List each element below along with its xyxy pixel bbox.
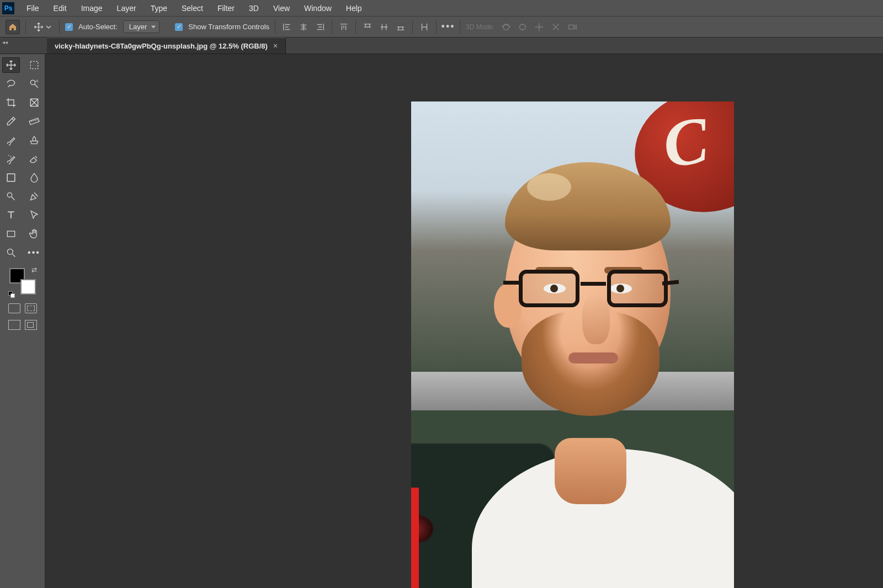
svg-point-10 (7, 193, 12, 197)
3d-pan-icon[interactable] (533, 21, 545, 33)
separator (59, 20, 60, 34)
screen-mode-full-icon[interactable] (25, 320, 37, 330)
svg-rect-9 (7, 174, 14, 181)
svg-point-4 (30, 80, 35, 84)
options-bar: Auto-Select: Layer Show Transform Contro… (0, 17, 883, 38)
chevron-down-icon (46, 24, 51, 30)
canvas-area[interactable] (45, 54, 883, 588)
background-color-swatch[interactable] (20, 279, 36, 295)
separator (355, 20, 356, 34)
brush-tool[interactable] (2, 132, 20, 148)
menu-window[interactable]: Window (297, 1, 338, 16)
eyedropper-tool[interactable] (2, 114, 20, 129)
frame-tool[interactable] (25, 95, 43, 110)
distribute-group (361, 21, 407, 33)
screen-mode-standard-icon[interactable] (8, 320, 20, 330)
ruler-tool[interactable] (25, 114, 43, 129)
align-group (281, 21, 326, 33)
swap-colors-icon[interactable]: ⇄ (31, 266, 37, 274)
more-align-options-icon[interactable]: ••• (442, 21, 454, 33)
lasso-tool[interactable] (2, 76, 20, 92)
document-tab-strip: vicky-hladynets-C8Ta0gwPbQg-unsplash.jpg… (0, 38, 883, 54)
separator (460, 20, 460, 34)
separator (25, 20, 26, 34)
color-swatches[interactable]: ⇄ (9, 268, 36, 295)
3d-mode-label: 3D Mode: (466, 23, 494, 31)
quick-selection-tool[interactable] (25, 76, 43, 92)
clone-stamp-tool[interactable] (25, 132, 43, 148)
menu-image[interactable]: Image (75, 1, 109, 16)
svg-rect-7 (29, 118, 39, 125)
align-top-icon[interactable] (338, 21, 350, 33)
menu-help[interactable]: Help (339, 1, 369, 16)
menu-bar: Ps File Edit Image Layer Type Select Fil… (0, 0, 883, 17)
align-center-h-icon[interactable] (297, 21, 310, 33)
menu-view[interactable]: View (267, 1, 296, 16)
align-right-icon[interactable] (314, 21, 326, 33)
app-logo-icon: Ps (2, 2, 14, 14)
quick-mask-mode-icon[interactable] (25, 303, 37, 313)
svg-rect-2 (569, 25, 574, 29)
menu-type[interactable]: Type (144, 1, 174, 16)
separator (275, 20, 275, 34)
svg-rect-3 (30, 61, 38, 68)
show-transform-label: Show Transform Controls (188, 23, 269, 31)
3d-slide-icon[interactable] (550, 21, 562, 33)
3d-roll-icon[interactable] (517, 21, 529, 33)
distribute-bottom-icon[interactable] (395, 21, 407, 33)
move-icon (34, 22, 44, 32)
align-left-icon[interactable] (281, 21, 293, 33)
auto-select-checkbox[interactable] (65, 23, 73, 31)
standard-mode-icon[interactable] (8, 303, 20, 313)
current-tool-indicator[interactable] (31, 21, 54, 33)
path-selection-tool[interactable] (25, 207, 43, 223)
show-transform-checkbox[interactable] (175, 23, 183, 31)
toolbox: ••• ⇄ (0, 54, 45, 588)
3d-mode-group (500, 21, 578, 33)
crop-tool[interactable] (2, 95, 20, 110)
svg-point-12 (7, 249, 13, 254)
history-brush-tool[interactable] (2, 151, 20, 167)
eraser-tool[interactable] (25, 151, 43, 167)
document-tab[interactable]: vicky-hladynets-C8Ta0gwPbQg-unsplash.jpg… (47, 38, 286, 54)
separator (436, 20, 437, 34)
distribute-spacing-icon[interactable] (418, 21, 430, 33)
3d-camera-icon[interactable] (566, 21, 578, 33)
menu-select[interactable]: Select (175, 1, 210, 16)
screen-mode-toggle (8, 320, 37, 330)
hand-tool[interactable] (25, 226, 43, 242)
horizontal-type-tool[interactable] (2, 207, 20, 223)
distribute-top-icon[interactable] (361, 21, 374, 33)
move-tool[interactable] (2, 57, 20, 73)
distribute-center-v-icon[interactable] (378, 21, 390, 33)
zoom-tool[interactable] (2, 245, 20, 260)
menu-filter[interactable]: Filter (211, 1, 241, 16)
svg-rect-11 (7, 231, 14, 237)
auto-select-label: Auto-Select: (78, 23, 118, 31)
edit-mode-toggle (8, 303, 37, 313)
workspace: ••• ⇄ (0, 54, 883, 588)
artboard-tool[interactable] (25, 57, 43, 73)
home-button[interactable] (6, 20, 20, 34)
dodge-tool[interactable] (2, 189, 20, 204)
rectangle-tool[interactable] (2, 226, 20, 242)
collapse-panels-icon[interactable]: ◂◂ (2, 39, 8, 45)
gradient-tool[interactable] (2, 170, 20, 185)
blur-tool[interactable] (25, 170, 43, 185)
svg-rect-8 (7, 174, 14, 181)
menu-3d[interactable]: 3D (242, 1, 265, 16)
separator (412, 20, 413, 34)
separator (332, 20, 332, 34)
svg-point-5 (36, 80, 38, 82)
pen-tool[interactable] (25, 189, 43, 204)
menu-file[interactable]: File (20, 1, 46, 16)
close-tab-icon[interactable]: × (273, 41, 278, 50)
auto-select-target-dropdown[interactable]: Layer (123, 20, 160, 33)
menu-layer[interactable]: Layer (110, 1, 143, 16)
document-tab-title: vicky-hladynets-C8Ta0gwPbQg-unsplash.jpg… (55, 42, 268, 50)
menu-edit[interactable]: Edit (47, 1, 73, 16)
3d-orbit-icon[interactable] (500, 21, 512, 33)
document-image[interactable] (411, 101, 734, 588)
default-colors-icon[interactable] (8, 291, 14, 297)
edit-toolbar-button[interactable]: ••• (25, 245, 43, 260)
